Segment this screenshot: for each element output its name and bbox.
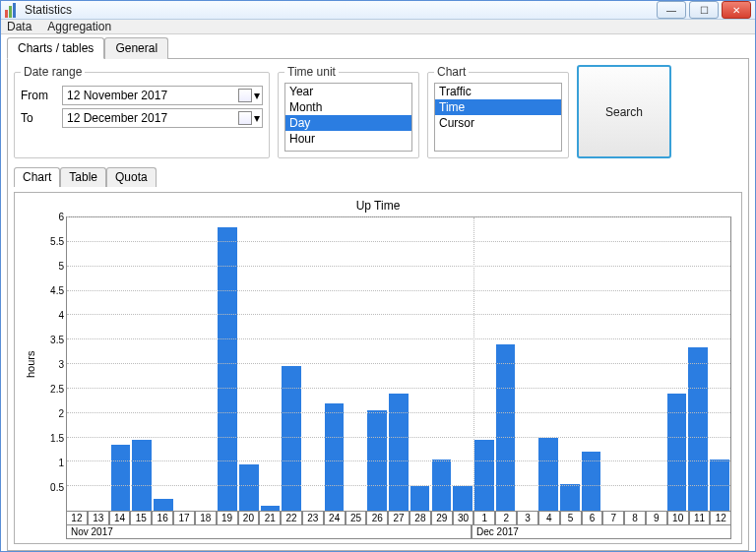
bar: [132, 440, 152, 511]
x-tick: 16: [152, 512, 173, 525]
y-tick: 5: [58, 261, 64, 272]
x-tick: 2: [495, 512, 517, 525]
y-tick: 1: [58, 458, 64, 468]
list-option[interactable]: Year: [285, 84, 411, 99]
menu-data[interactable]: Data: [7, 20, 32, 33]
app-icon: [5, 2, 21, 18]
window-title: Statistics: [25, 3, 72, 17]
y-axis: 0.511.522.533.544.555.56: [38, 216, 66, 512]
x-tick: 24: [324, 512, 346, 525]
x-tick: 9: [646, 512, 667, 525]
time-unit-listbox[interactable]: YearMonthDayHour: [284, 83, 412, 152]
chart-select-group: Chart TrafficTimeCursor: [427, 65, 569, 158]
from-date-input[interactable]: 12 November 2017 ▾: [62, 86, 263, 105]
x-tick: 4: [538, 512, 560, 525]
month-label: Nov 2017: [66, 525, 472, 539]
bar: [453, 486, 472, 511]
x-tick: 22: [281, 512, 302, 525]
main-tabs: Charts / tables General: [7, 36, 749, 58]
x-tick: 7: [602, 512, 624, 525]
bar: [325, 403, 345, 511]
x-tick: 11: [689, 512, 711, 525]
list-option[interactable]: Day: [285, 115, 411, 131]
tab-general[interactable]: General: [104, 37, 168, 59]
menu-aggregation[interactable]: Aggregation: [47, 20, 111, 33]
body: Charts / tables General Date range From …: [1, 34, 755, 552]
to-date-value: 12 December 2017: [67, 111, 167, 125]
subtab-quota[interactable]: Quota: [106, 167, 157, 187]
x-tick: 12: [710, 512, 731, 525]
to-date-input[interactable]: 12 December 2017 ▾: [62, 108, 263, 128]
to-label: To: [21, 111, 56, 125]
x-tick: 19: [217, 512, 238, 525]
subtab-table[interactable]: Table: [60, 167, 106, 187]
x-tick: 14: [109, 512, 131, 525]
bar: [154, 499, 173, 511]
x-tick: 10: [667, 512, 689, 525]
from-date-value: 12 November 2017: [67, 89, 167, 102]
menubar: Data Aggregation: [1, 20, 755, 34]
x-tick: 13: [88, 512, 109, 525]
subtab-chart[interactable]: Chart: [14, 167, 60, 187]
close-button[interactable]: ✕: [722, 1, 751, 19]
y-tick: 5.5: [50, 236, 64, 247]
y-tick: 3.5: [50, 335, 64, 345]
x-tick: 6: [582, 512, 603, 525]
search-button[interactable]: Search: [577, 65, 671, 158]
minimize-button[interactable]: —: [657, 1, 686, 19]
x-tick: 15: [130, 512, 152, 525]
x-tick: 29: [431, 512, 453, 525]
y-tick: 2: [58, 408, 64, 419]
x-tick: 8: [624, 512, 646, 525]
chevron-down-icon: ▾: [254, 111, 260, 125]
x-tick: 30: [453, 512, 474, 525]
list-option[interactable]: Traffic: [435, 84, 561, 99]
maximize-button[interactable]: ☐: [689, 1, 719, 19]
controls-row: Date range From 12 November 2017 ▾ To: [14, 65, 742, 158]
bar: [261, 506, 281, 511]
main-panel: Date range From 12 November 2017 ▾ To: [7, 58, 749, 551]
list-option[interactable]: Hour: [285, 131, 411, 147]
bar: [560, 484, 580, 511]
chart-title: Up Time: [25, 199, 731, 213]
x-tick: 25: [346, 512, 367, 525]
tab-charts-tables[interactable]: Charts / tables: [7, 37, 104, 59]
chart-panel: Up Time hours 0.511.522.533.544.555.56 1…: [14, 192, 742, 544]
month-row: Nov 2017Dec 2017: [66, 525, 731, 539]
list-option[interactable]: Cursor: [435, 115, 561, 131]
x-tick: 18: [195, 512, 217, 525]
statistics-window: Statistics — ☐ ✕ Data Aggregation Charts…: [0, 0, 756, 552]
window-buttons: — ☐ ✕: [657, 1, 751, 19]
x-tick: 26: [366, 512, 388, 525]
list-option[interactable]: Time: [435, 99, 561, 115]
bar: [218, 227, 237, 511]
chevron-down-icon: ▾: [254, 89, 260, 102]
x-tick: 21: [259, 512, 281, 525]
search-button-label: Search: [605, 105, 643, 119]
calendar-icon: [238, 111, 252, 125]
bar: [538, 438, 558, 512]
x-tick: 20: [238, 512, 260, 525]
time-unit-group: Time unit YearMonthDayHour: [278, 65, 419, 158]
chart-select-listbox[interactable]: TrafficTimeCursor: [434, 83, 562, 152]
x-tick: 27: [388, 512, 410, 525]
y-tick: 4: [58, 310, 64, 321]
y-tick: 1.5: [50, 433, 64, 444]
x-tick: 3: [517, 512, 538, 525]
month-label: Dec 2017: [472, 525, 731, 539]
titlebar: Statistics — ☐ ✕: [1, 1, 755, 20]
plot-area: [66, 216, 731, 512]
y-tick: 6: [58, 212, 64, 222]
y-tick: 2.5: [50, 384, 64, 395]
from-label: From: [21, 89, 56, 102]
date-range-legend: Date range: [21, 65, 85, 79]
y-axis-label: hours: [25, 216, 38, 512]
list-option[interactable]: Month: [285, 99, 411, 115]
y-tick: 0.5: [50, 482, 64, 493]
chart-select-legend: Chart: [434, 65, 469, 79]
bar: [410, 486, 430, 511]
x-tick: 12: [66, 512, 88, 525]
sub-tabs: Chart Table Quota: [14, 166, 742, 186]
bar: [474, 440, 494, 511]
bar: [111, 445, 131, 511]
